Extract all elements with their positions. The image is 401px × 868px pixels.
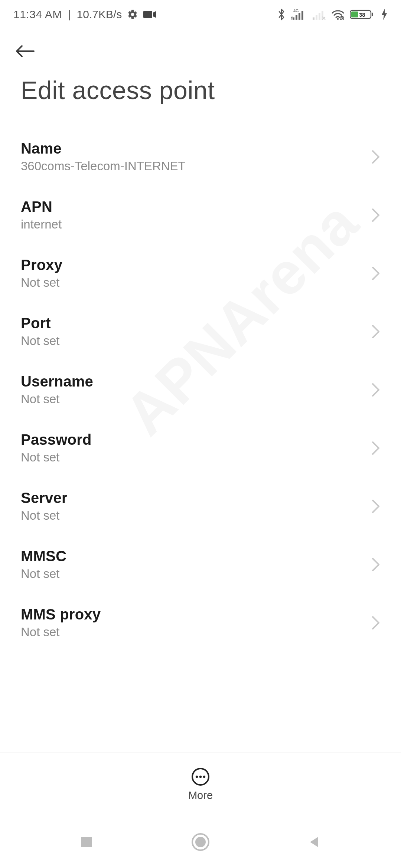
row-apn[interactable]: APN internet bbox=[0, 186, 401, 244]
chevron-right-icon bbox=[371, 498, 381, 514]
status-bar-right: 4G bbox=[277, 8, 388, 21]
svg-rect-8 bbox=[319, 13, 320, 20]
row-value: Not set bbox=[21, 334, 60, 348]
chevron-right-icon bbox=[371, 323, 381, 340]
charging-icon bbox=[381, 9, 388, 20]
row-proxy[interactable]: Proxy Not set bbox=[0, 244, 401, 302]
battery-icon: 38 bbox=[350, 9, 376, 20]
svg-rect-5 bbox=[301, 11, 303, 20]
svg-point-21 bbox=[195, 837, 206, 847]
svg-point-18 bbox=[203, 776, 205, 778]
row-value: Not set bbox=[21, 625, 101, 639]
chevron-right-icon bbox=[371, 382, 381, 398]
svg-rect-4 bbox=[299, 13, 300, 20]
svg-rect-2 bbox=[293, 17, 294, 20]
circle-icon bbox=[191, 832, 210, 852]
triangle-left-icon bbox=[307, 835, 322, 849]
chevron-right-icon bbox=[371, 149, 381, 165]
row-title: Port bbox=[21, 315, 60, 332]
gear-icon bbox=[127, 9, 138, 20]
chevron-right-icon bbox=[371, 265, 381, 282]
row-username[interactable]: Username Not set bbox=[0, 361, 401, 419]
row-value: Not set bbox=[21, 450, 92, 464]
status-bar-left: 11:34 AM | 10.7KB/s bbox=[13, 8, 156, 21]
row-value: Not set bbox=[21, 392, 93, 406]
row-value: Not set bbox=[21, 276, 62, 290]
nav-back-button[interactable] bbox=[303, 830, 326, 854]
row-server[interactable]: Server Not set bbox=[0, 477, 401, 535]
more-button[interactable]: More bbox=[188, 767, 213, 802]
svg-rect-14 bbox=[351, 11, 358, 17]
square-icon bbox=[79, 835, 94, 849]
svg-rect-19 bbox=[81, 837, 92, 847]
row-title: Server bbox=[21, 490, 68, 506]
row-mms-proxy[interactable]: MMS proxy Not set bbox=[0, 594, 401, 639]
row-value: Not set bbox=[21, 509, 68, 523]
row-title: APN bbox=[21, 198, 62, 215]
status-network-rate: 10.7KB/s bbox=[77, 8, 122, 21]
wifi-icon bbox=[331, 9, 345, 20]
svg-rect-7 bbox=[316, 15, 317, 20]
row-title: Password bbox=[21, 431, 92, 448]
signal-4g-icon: 4G bbox=[291, 9, 306, 20]
svg-point-10 bbox=[337, 18, 339, 20]
svg-point-17 bbox=[199, 776, 202, 778]
row-port[interactable]: Port Not set bbox=[0, 302, 401, 361]
status-sep: | bbox=[68, 8, 71, 21]
back-button[interactable] bbox=[10, 36, 40, 66]
chevron-right-icon bbox=[371, 615, 381, 631]
row-password[interactable]: Password Not set bbox=[0, 419, 401, 477]
settings-list: APNArena Name 360coms-Telecom-INTERNET A… bbox=[0, 119, 401, 752]
row-value: 360coms-Telecom-INTERNET bbox=[21, 159, 186, 173]
app-bar bbox=[0, 29, 401, 73]
svg-text:4G: 4G bbox=[293, 9, 299, 13]
more-label: More bbox=[188, 789, 213, 802]
row-value: Not set bbox=[21, 567, 66, 581]
svg-point-16 bbox=[196, 776, 198, 778]
chevron-right-icon bbox=[371, 440, 381, 456]
svg-rect-6 bbox=[313, 17, 314, 20]
screen: 11:34 AM | 10.7KB/s 4G bbox=[0, 0, 401, 868]
system-navigation-bar bbox=[0, 816, 401, 868]
status-time: 11:34 AM bbox=[13, 8, 62, 21]
svg-rect-3 bbox=[296, 15, 297, 20]
status-bar: 11:34 AM | 10.7KB/s 4G bbox=[0, 0, 401, 29]
signal-nosim-icon bbox=[311, 9, 326, 20]
row-title: Name bbox=[21, 140, 186, 157]
row-title: Proxy bbox=[21, 257, 62, 273]
battery-percent-text: 38 bbox=[359, 11, 365, 18]
nav-recents-button[interactable] bbox=[75, 830, 98, 854]
svg-rect-0 bbox=[143, 11, 152, 18]
more-icon bbox=[191, 767, 210, 786]
nav-home-button[interactable] bbox=[189, 830, 212, 854]
bottom-actions: More bbox=[0, 752, 401, 816]
page-title: Edit access point bbox=[0, 73, 401, 119]
row-name[interactable]: Name 360coms-Telecom-INTERNET bbox=[0, 128, 401, 186]
row-mmsc[interactable]: MMSC Not set bbox=[0, 535, 401, 594]
camera-icon bbox=[143, 10, 156, 19]
chevron-right-icon bbox=[371, 556, 381, 573]
row-title: MMSC bbox=[21, 548, 66, 565]
row-title: MMS proxy bbox=[21, 606, 101, 623]
row-title: Username bbox=[21, 373, 93, 390]
svg-rect-13 bbox=[372, 13, 373, 16]
back-arrow-icon bbox=[14, 44, 37, 59]
chevron-right-icon bbox=[371, 207, 381, 223]
bluetooth-icon bbox=[277, 8, 286, 21]
row-value: internet bbox=[21, 217, 62, 231]
